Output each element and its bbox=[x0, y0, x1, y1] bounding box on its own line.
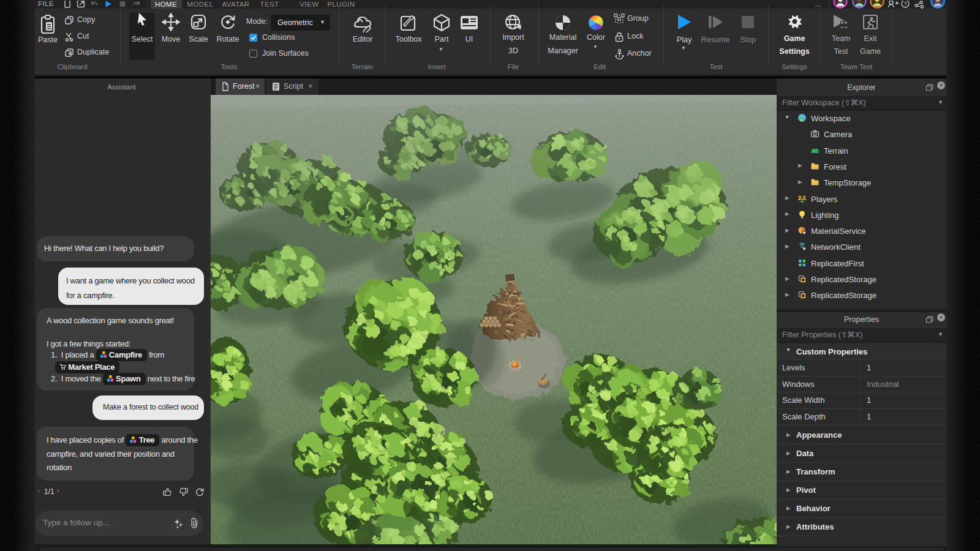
svg-text:?: ? bbox=[904, 1, 907, 7]
svg-text:Y: Y bbox=[772, 97, 775, 103]
